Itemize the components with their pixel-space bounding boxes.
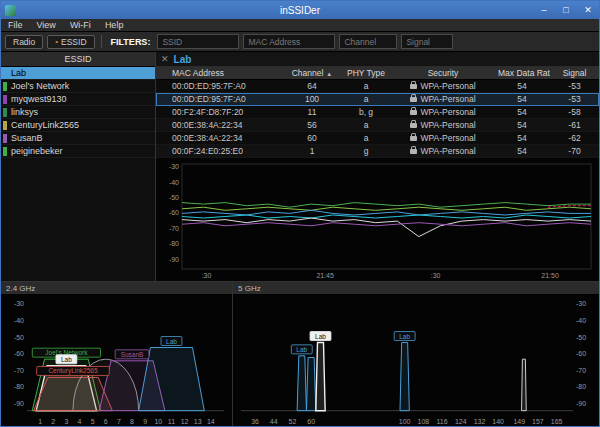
svg-text:14: 14 [207,418,215,425]
cell-phy: a [340,81,392,91]
table-row[interactable]: 00:0D:ED:95:7F:A0 100 a WPA-Personal 54 … [156,93,599,106]
col-channel[interactable]: Channel▲ [284,68,340,78]
cell-mac: 00:0E:38:4A:22:34 [168,133,284,143]
table-row[interactable]: 00:F2:4F:D8:7F:20 11 b, g WPA-Personal 5… [156,106,599,119]
sidebar-item-susanb[interactable]: SusanB [1,132,155,145]
ap-table: 00:0D:ED:95:7F:A0 64 a WPA-Personal 54 -… [156,80,599,158]
svg-text:3: 3 [64,418,68,425]
sidebar-item-linksys[interactable]: linksys [1,106,155,119]
menu-wifi[interactable]: Wi-Fi [63,19,98,32]
spectrum-5ghz-svg: -30-40-50-60-70-80-903644526010010811612… [233,295,599,426]
network-name: myqwest9130 [11,94,67,104]
svg-text:-90: -90 [169,256,179,263]
app-icon [5,5,16,16]
svg-text:44: 44 [270,418,278,425]
svg-text:-60: -60 [576,350,586,357]
table-row[interactable]: 00:0D:ED:95:7F:A0 64 a WPA-Personal 54 -… [156,80,599,93]
svg-text:100: 100 [399,418,411,425]
cell-rate: 54 [494,81,550,91]
sort-arrow-icon: ▲ [326,71,332,77]
svg-text:-90: -90 [14,400,24,407]
network-name: peiginebeker [11,146,63,156]
sidebar-item-centurylink2565[interactable]: CenturyLink2565 [1,119,155,132]
col-max-data-rate[interactable]: Max Data Rate [494,68,550,78]
svg-text:-40: -40 [169,179,179,186]
network-color-chip [3,121,7,130]
ssid-filter-input[interactable] [157,34,239,49]
svg-text:21:50: 21:50 [541,272,559,279]
maximize-button[interactable]: □ [555,1,577,19]
sidebar-item-myqwest9130[interactable]: myqwest9130 [1,93,155,106]
close-button[interactable]: ✕ [577,1,599,19]
signal-filter-input[interactable] [401,34,453,49]
menu-help[interactable]: Help [98,19,131,32]
sidebar-item-lab[interactable]: Lab [1,67,155,80]
svg-text:Lab: Lab [296,346,307,353]
cell-phy: b, g [340,107,392,117]
lock-icon [410,149,417,154]
svg-text:-30: -30 [14,300,24,307]
svg-text:Lab: Lab [166,338,177,345]
cell-mac: 00:0F:24:E0:25:E0 [168,146,284,156]
cell-rate: 54 [494,120,550,130]
cell-signal: -70 [550,146,599,156]
svg-text::30: :30 [202,272,212,279]
minimize-button[interactable]: – [533,1,555,19]
sidebar-item-peiginebeker[interactable]: peiginebeker [1,145,155,158]
cell-signal: -61 [550,120,599,130]
table-row[interactable]: 00:0E:38:4A:22:34 56 a WPA-Personal 54 -… [156,119,599,132]
time-chart-svg: -30-40-50-60-70-80-90:3021:45:3021:50 [156,158,599,281]
col-security[interactable]: Security [392,68,494,78]
cell-mac: 00:F2:4F:D8:7F:20 [168,107,284,117]
svg-text:165: 165 [551,418,563,425]
spectrum-panel-5ghz: 5 GHz -30-40-50-60-70-80-903644526010010… [233,282,599,426]
svg-text:149: 149 [513,418,525,425]
sidebar-header: ESSID [1,52,155,67]
table-row[interactable]: 00:0F:24:E0:25:E0 1 g WPA-Personal 54 -7… [156,145,599,158]
lock-icon [410,97,417,102]
toolbar-separator [101,35,102,48]
title-bar: inSSIDer – □ ✕ [1,1,599,19]
col-signal[interactable]: Signal [550,68,599,78]
app-window: inSSIDer – □ ✕ File View Wi-Fi Help Radi… [0,0,600,427]
table-row[interactable]: 00:0E:38:4A:22:34 60 a WPA-Personal 54 -… [156,132,599,145]
radio-toggle-button[interactable]: Radio [5,35,43,49]
panel-24ghz-title: 2.4 GHz [1,282,232,295]
svg-text:5: 5 [91,418,95,425]
svg-text:140: 140 [492,418,504,425]
svg-text:-60: -60 [14,350,24,357]
mac-filter-input[interactable] [243,34,335,49]
menu-view[interactable]: View [30,19,63,32]
cell-phy: g [340,146,392,156]
col-phy-type[interactable]: PHY Type [340,68,392,78]
sidebar-item-joels-network[interactable]: Joel's Network [1,80,155,93]
cell-rate: 54 [494,94,550,104]
cell-security: WPA-Personal [420,107,475,117]
svg-text:36: 36 [251,418,259,425]
table-header: MAC Address Channel▲ PHY Type Security M… [156,67,599,80]
essid-active-dot-icon: • [55,38,58,46]
svg-text:6: 6 [104,418,108,425]
svg-text:60: 60 [307,418,315,425]
essid-toggle-button[interactable]: • ESSID [47,35,94,49]
svg-text:132: 132 [474,418,486,425]
cell-mac: 00:0D:ED:95:7F:A0 [168,94,284,104]
svg-text:Lab: Lab [315,333,326,340]
network-color-chip [3,134,7,143]
svg-text:124: 124 [455,418,467,425]
cell-channel: 11 [284,107,340,117]
svg-text:8: 8 [130,418,134,425]
filters-label: FILTERS: [111,37,151,47]
tab-lab[interactable]: Lab [174,54,192,65]
cell-phy: a [340,94,392,104]
menu-file[interactable]: File [1,19,30,32]
filter-toolbar: Radio • ESSID FILTERS: [1,32,599,52]
svg-text:2: 2 [51,418,55,425]
channel-filter-input[interactable] [339,34,397,49]
signal-time-graph: -30-40-50-60-70-80-90:3021:45:3021:50 [156,158,599,281]
menu-bar: File View Wi-Fi Help [1,19,599,32]
svg-text:-70: -70 [14,367,24,374]
tab-close-icon[interactable]: ✕ [161,54,169,64]
svg-text:108: 108 [418,418,430,425]
col-mac-address[interactable]: MAC Address [168,68,284,78]
